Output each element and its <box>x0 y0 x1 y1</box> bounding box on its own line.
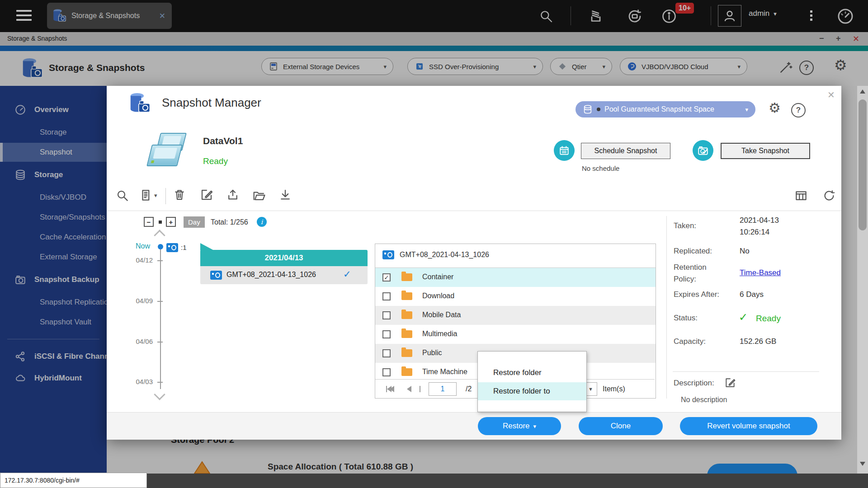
camera-badge-icon <box>382 250 394 259</box>
background-tasks-icon[interactable] <box>588 8 604 24</box>
menu-external-storage-devices[interactable]: External Storage Devices ▾ <box>261 58 393 75</box>
window-maximize-button[interactable]: + <box>836 34 841 43</box>
settings-gear-icon[interactable]: ⚙ <box>834 58 847 72</box>
menu-vjbod-cloud[interactable]: VJBOD/VJBOD Cloud ▾ <box>620 58 747 75</box>
timeline-zoom-out-button[interactable]: − <box>144 217 154 227</box>
schedule-calendar-icon[interactable] <box>554 140 575 161</box>
restore-download-icon[interactable] <box>278 188 292 202</box>
app-tab-storage-snapshots[interactable]: Storage & Snapshots ✕ <box>47 3 172 29</box>
page-scrollbar[interactable] <box>857 86 868 474</box>
user-menu[interactable]: admin ▾ <box>749 9 777 18</box>
sidebar-item-storage-snapshots[interactable]: Storage/Snapshots <box>0 208 107 227</box>
folder-icon <box>401 292 412 300</box>
window-minimize-button[interactable]: − <box>819 34 824 43</box>
sidebar-item-hybridmount[interactable]: HybridMount <box>0 369 107 388</box>
delete-snapshot-icon[interactable] <box>173 188 186 202</box>
schedule-snapshot-button[interactable]: Schedule Snapshot <box>581 143 670 159</box>
main-menu-button[interactable] <box>16 7 35 24</box>
external-device-sync-icon[interactable] <box>627 8 643 24</box>
menu-item-restore-folder[interactable]: Restore folder <box>478 364 586 382</box>
resource-monitor-icon[interactable] <box>836 7 854 25</box>
checkbox-unchecked[interactable] <box>382 292 391 300</box>
timeline-scroll-down-icon[interactable] <box>154 389 165 400</box>
revert-volume-snapshot-button[interactable]: Revert volume snapshot <box>680 417 817 435</box>
retention-policy-link[interactable]: Time-Based <box>740 268 781 277</box>
menu-ssd-over-provisioning[interactable]: SSD Over-Provisioning ▾ <box>407 58 543 75</box>
timeline-zoom-in-button[interactable]: + <box>166 217 176 227</box>
page-number-input[interactable] <box>429 382 457 396</box>
notifications-icon[interactable] <box>661 8 677 24</box>
checkbox-unchecked[interactable] <box>382 349 391 357</box>
checkbox-unchecked[interactable] <box>382 368 391 376</box>
restore-button[interactable]: Restore ▾ <box>478 417 561 435</box>
export-snapshot-icon[interactable] <box>226 188 240 202</box>
help-icon[interactable]: ? <box>799 61 814 75</box>
chevron-down-icon: ▾ <box>737 63 741 70</box>
menu-qtier[interactable]: Qtier ▾ <box>550 58 612 75</box>
clone-button[interactable]: Clone <box>579 417 663 435</box>
snapshot-search-icon[interactable] <box>116 189 129 202</box>
global-search-icon[interactable] <box>539 9 553 23</box>
browse-folder-icon[interactable] <box>251 189 267 202</box>
take-snapshot-button[interactable]: Take Snapshot <box>721 143 810 159</box>
retention-policy-label-2: Policy: <box>674 275 696 284</box>
dialog-help-icon[interactable]: ? <box>791 103 806 117</box>
sidebar-item-snapshot-vault[interactable]: Snapshot Vault <box>0 313 107 332</box>
folder-row-multimedia[interactable]: Multimedia <box>375 325 656 344</box>
sidebar-item-storage-section[interactable]: Storage <box>0 165 107 184</box>
pool-selector-dropdown[interactable]: Pool Guaranteed Snapshot Space ▾ <box>576 101 755 117</box>
scrollbar-thumb[interactable] <box>859 99 867 230</box>
camera-icon <box>14 274 26 286</box>
sidebar-item-snapshot-replication[interactable]: Snapshot Replication <box>0 293 107 312</box>
snapshot-card-name: GMT+08_2021-04-13_1026 <box>226 271 316 279</box>
replicated-label: Replicated: <box>674 247 712 256</box>
checkbox-unchecked[interactable] <box>382 330 391 338</box>
page-title: Storage & Snapshots <box>49 62 145 73</box>
sidebar-item-disks-vjbod[interactable]: Disks/VJBOD <box>0 188 107 207</box>
timeline-count-label: :1 <box>181 244 187 251</box>
window-close-button[interactable]: ✕ <box>853 34 859 44</box>
more-options-icon[interactable] <box>810 9 812 23</box>
sidebar-item-external-storage[interactable]: External Storage <box>0 248 107 267</box>
dialog-title: Snapshot Manager <box>162 96 261 110</box>
user-avatar[interactable] <box>718 5 741 27</box>
sidebar-item-iscsi-fibre[interactable]: iSCSI & Fibre Channel <box>0 347 107 366</box>
replicated-value: No <box>740 247 750 256</box>
database-icon <box>14 169 26 181</box>
toolbar-divider <box>165 188 166 204</box>
snapshot-card-pointer <box>200 243 214 250</box>
checkbox-unchecked[interactable] <box>382 311 391 319</box>
edit-snapshot-icon[interactable] <box>200 188 213 202</box>
calendar-view-icon[interactable] <box>794 189 808 202</box>
chevron-down-icon: ▾ <box>383 63 387 70</box>
snapshot-settings-gear-icon[interactable]: ⚙ <box>769 101 781 115</box>
menu-item-restore-folder-to[interactable]: Restore folder to <box>478 382 586 400</box>
snapshot-card[interactable]: GMT+08_2021-04-13_1026 ✓ <box>200 266 368 284</box>
edit-description-icon[interactable] <box>724 377 736 389</box>
take-snapshot-camera-icon[interactable] <box>693 140 713 161</box>
sidebar-item-overview[interactable]: Overview <box>0 100 107 119</box>
timeline-scroll-up-icon[interactable] <box>154 230 165 241</box>
sidebar-item-storage-sub[interactable]: Storage <box>0 123 107 142</box>
view-list-dropdown-icon[interactable]: ▾ <box>139 188 157 202</box>
sidebar-item-snapshot-backup[interactable]: Snapshot Backup <box>0 270 107 289</box>
retention-policy-label: Retention <box>674 263 707 272</box>
timeline-axis <box>160 246 161 389</box>
scroll-down-arrow[interactable] <box>860 462 865 466</box>
timeline-date-label: 04/12 <box>124 256 153 264</box>
dialog-close-icon[interactable]: ✕ <box>827 89 835 100</box>
sidebar-item-snapshot[interactable]: Snapshot <box>0 143 107 162</box>
folder-row-container[interactable]: ✓ Container <box>375 268 656 287</box>
prev-page-icon[interactable] <box>407 386 411 392</box>
info-icon[interactable]: i <box>257 217 267 227</box>
tab-close-icon[interactable]: ✕ <box>157 11 167 21</box>
sidebar-item-cache-acceleration[interactable]: Cache Acceleration <box>0 228 107 247</box>
first-page-icon[interactable] <box>386 386 394 392</box>
refresh-icon[interactable] <box>822 189 836 202</box>
snapshot-card-date[interactable]: 2021/04/13 <box>200 250 368 266</box>
scroll-up-arrow[interactable] <box>860 89 865 94</box>
checkbox-checked[interactable]: ✓ <box>382 273 391 282</box>
recommended-tools-icon[interactable] <box>778 60 793 75</box>
folder-row-download[interactable]: Download <box>375 287 656 306</box>
folder-row-mobile-data[interactable]: Mobile Data <box>375 306 656 325</box>
